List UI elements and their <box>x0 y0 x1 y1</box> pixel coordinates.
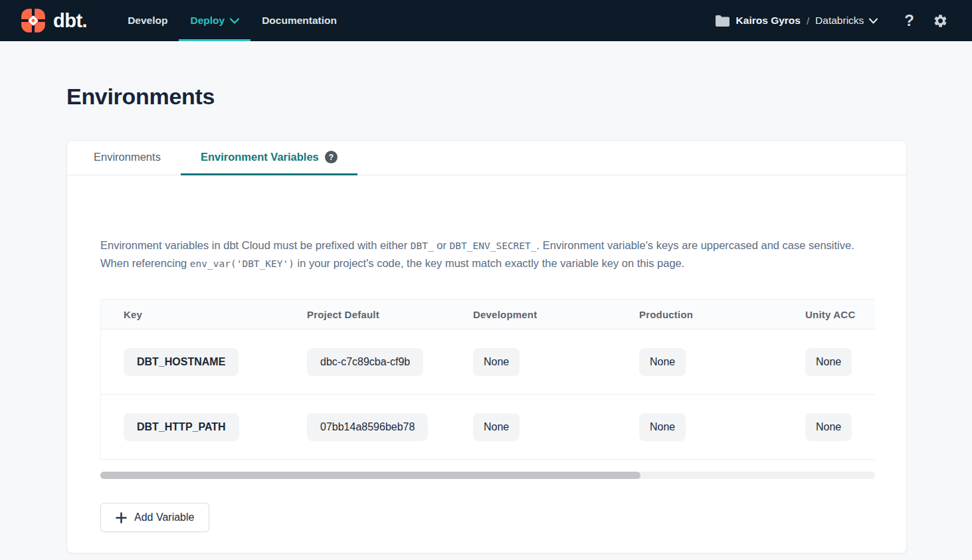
plus-icon <box>116 512 127 523</box>
nav-item-documentation[interactable]: Documentation <box>250 0 348 41</box>
variable-key-pill[interactable]: DBT_HTTP_PATH <box>124 413 239 441</box>
column-header-production: Production <box>619 309 785 320</box>
description-segment: in your project's code, the key must mat… <box>294 257 684 269</box>
tab-panel-environment-variables: Environment variables in dbt Cloud must … <box>67 236 906 553</box>
table-row: DBT_HOSTNAME dbc-c7c89cba-cf9b None None… <box>101 329 875 395</box>
code-span: DBT_ <box>411 240 434 251</box>
environments-card: Environments Environment Variables ? Env… <box>66 140 907 553</box>
column-header-unity-acc: Unity ACC <box>785 309 875 320</box>
tab-label: Environment Variables <box>201 151 319 163</box>
main-nav: Develop Deploy Documentation <box>116 0 348 41</box>
folder-icon <box>716 15 729 27</box>
nav-item-label: Deploy <box>190 15 225 27</box>
help-icon[interactable]: ? <box>904 11 914 30</box>
tab-environment-variables[interactable]: Environment Variables ? <box>181 141 357 175</box>
gear-icon[interactable] <box>933 13 948 29</box>
description-text: Environment variables in dbt Cloud must … <box>100 236 874 272</box>
page-title: Environments <box>66 84 972 110</box>
variables-table-viewport: Key Project Default Development Producti… <box>100 299 875 460</box>
production-value-pill[interactable]: None <box>639 413 686 441</box>
nav-item-develop[interactable]: Develop <box>116 0 179 41</box>
add-variable-button[interactable]: Add Variable <box>100 503 209 532</box>
project-name: Databricks <box>815 15 864 27</box>
development-value-pill[interactable]: None <box>473 413 520 441</box>
chevron-down-icon <box>869 18 878 24</box>
column-header-development: Development <box>453 309 619 320</box>
unity-acc-value-pill[interactable]: None <box>805 348 852 376</box>
development-value-pill[interactable]: None <box>473 348 520 376</box>
description-segment: or <box>434 239 450 251</box>
tab-bar: Environments Environment Variables ? <box>67 141 906 175</box>
project-switcher[interactable]: Kairos Gyros / Databricks <box>716 15 878 27</box>
horizontal-scrollbar-track[interactable] <box>100 472 875 479</box>
column-header-project-default: Project Default <box>287 309 453 320</box>
project-default-pill[interactable]: 07bb14a8596beb78 <box>307 413 428 441</box>
horizontal-scrollbar-thumb[interactable] <box>100 472 640 479</box>
description-segment: Environment variables in dbt Cloud must … <box>100 239 411 251</box>
chevron-down-icon <box>230 18 239 24</box>
nav-item-deploy[interactable]: Deploy <box>179 0 250 41</box>
code-span: env_var('DBT_KEY') <box>190 258 294 269</box>
variables-table: Key Project Default Development Producti… <box>101 299 875 460</box>
nav-item-label: Documentation <box>262 15 337 27</box>
top-navbar: dbt. Develop Deploy Documentation Kairos… <box>0 0 972 41</box>
tab-environments[interactable]: Environments <box>74 141 181 175</box>
production-value-pill[interactable]: None <box>639 348 686 376</box>
navbar-right: Kairos Gyros / Databricks ? <box>716 0 948 41</box>
variable-key-pill[interactable]: DBT_HOSTNAME <box>124 348 239 376</box>
table-header-row: Key Project Default Development Producti… <box>101 299 875 329</box>
add-variable-label: Add Variable <box>134 512 194 523</box>
code-span: DBT_ENV_SECRET_ <box>450 240 537 251</box>
tab-label: Environments <box>94 151 161 163</box>
account-name: Kairos Gyros <box>736 15 801 27</box>
project-default-pill[interactable]: dbc-c7c89cba-cf9b <box>307 348 423 376</box>
help-circle-icon[interactable]: ? <box>325 151 338 163</box>
table-row: DBT_HTTP_PATH 07bb14a8596beb78 None None… <box>101 395 875 460</box>
unity-acc-value-pill[interactable]: None <box>805 413 852 441</box>
dbt-logo-icon <box>19 8 48 33</box>
nav-item-label: Develop <box>128 15 167 27</box>
breadcrumb-separator: / <box>807 15 809 27</box>
column-header-key: Key <box>101 309 287 320</box>
dbt-logo[interactable]: dbt. <box>19 0 87 41</box>
brand-wordmark: dbt. <box>53 10 87 32</box>
